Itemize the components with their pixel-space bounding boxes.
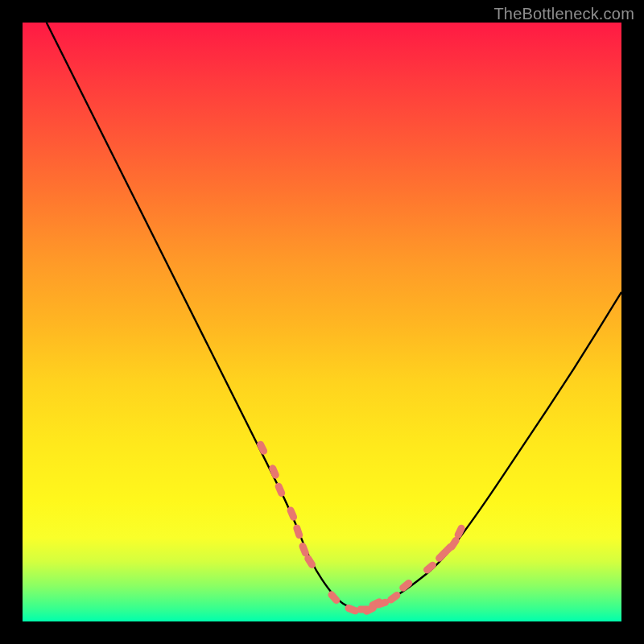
plot-area bbox=[23, 23, 621, 621]
highlight-dots bbox=[256, 440, 467, 616]
highlight-dot bbox=[422, 560, 438, 575]
highlight-dot bbox=[327, 590, 342, 605]
highlight-dot bbox=[268, 464, 280, 480]
chart-frame: TheBottleneck.com bbox=[0, 0, 644, 644]
curve-path bbox=[47, 23, 621, 609]
highlight-dot bbox=[256, 440, 269, 456]
curve-layer bbox=[23, 23, 621, 621]
watermark-text: TheBottleneck.com bbox=[493, 5, 634, 23]
bottleneck-curve bbox=[47, 23, 621, 609]
highlight-dot bbox=[274, 481, 286, 497]
highlight-dot bbox=[292, 523, 303, 539]
highlight-dot bbox=[398, 578, 414, 592]
